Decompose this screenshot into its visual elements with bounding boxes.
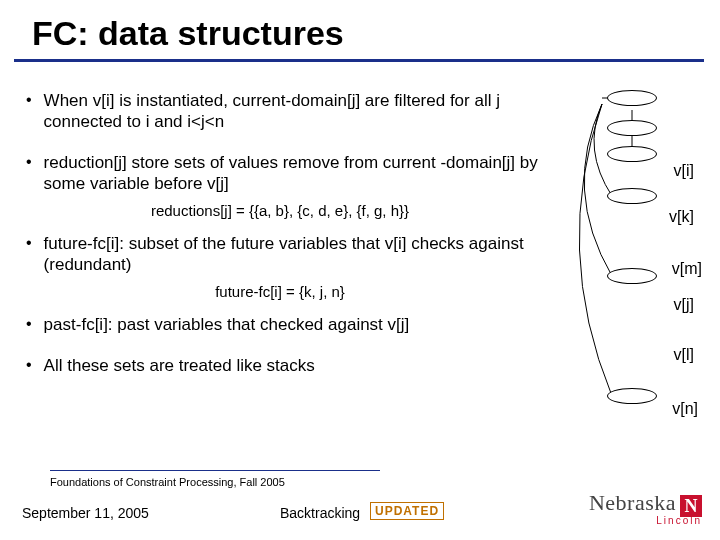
node-oval xyxy=(607,120,657,136)
logo-mark-icon: N xyxy=(680,495,702,517)
bullet-text: All these sets are treated like stacks xyxy=(44,355,315,376)
node-label: v[i] xyxy=(674,162,694,180)
bullet-item: • reduction[j] store sets of values remo… xyxy=(20,152,540,194)
node-oval xyxy=(607,90,657,106)
bullet-item: • When v[i] is instantiated, current-dom… xyxy=(20,90,540,132)
node-oval xyxy=(607,146,657,162)
bullet-text: reduction[j] store sets of values remove… xyxy=(44,152,540,194)
bullet-text: When v[i] is instantiated, current-domai… xyxy=(44,90,540,132)
node-oval xyxy=(607,388,657,404)
university-logo: NebraskaN Lincoln xyxy=(589,490,702,526)
footer-topic: Backtracking xyxy=(280,505,360,521)
bullet-marker: • xyxy=(26,152,32,194)
bullet-text: past-fc[i]: past variables that checked … xyxy=(44,314,410,335)
node-oval xyxy=(607,268,657,284)
diagram-lines xyxy=(542,90,702,420)
tree-diagram: v[i] v[k] v[m] v[j] v[l] v[n] xyxy=(542,90,702,420)
footer-divider xyxy=(50,470,380,471)
logo-text: Nebraska xyxy=(589,490,676,515)
sub-text: future-fc[i] = {k, j, n} xyxy=(20,283,540,300)
bullet-item: • All these sets are treated like stacks xyxy=(20,355,540,376)
bullet-marker: • xyxy=(26,90,32,132)
node-label: v[j] xyxy=(674,296,694,314)
node-label: v[l] xyxy=(674,346,694,364)
node-label: v[m] xyxy=(672,260,702,278)
bullet-item: • future-fc[i]: subset of the future var… xyxy=(20,233,540,275)
footer-course: Foundations of Constraint Processing, Fa… xyxy=(50,476,285,488)
sub-text: reductions[j] = {{a, b}, {c, d, e}, {f, … xyxy=(20,202,540,219)
bullet-marker: • xyxy=(26,314,32,335)
bullet-item: • past-fc[i]: past variables that checke… xyxy=(20,314,540,335)
bullet-marker: • xyxy=(26,233,32,275)
updated-badge: UPDATED xyxy=(370,502,444,520)
bullet-list: • When v[i] is instantiated, current-dom… xyxy=(20,90,540,384)
node-label: v[k] xyxy=(669,208,694,226)
node-oval xyxy=(607,188,657,204)
bullet-text: future-fc[i]: subset of the future varia… xyxy=(44,233,540,275)
slide-title: FC: data structures xyxy=(14,0,704,62)
bullet-marker: • xyxy=(26,355,32,376)
footer-date: September 11, 2005 xyxy=(22,505,149,521)
node-label: v[n] xyxy=(672,400,698,418)
